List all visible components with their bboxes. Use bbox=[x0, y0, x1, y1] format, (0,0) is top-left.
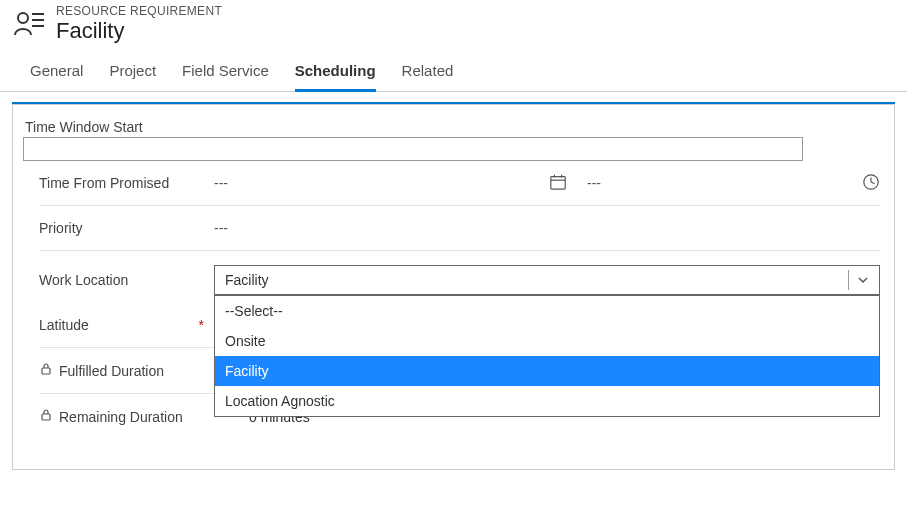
svg-rect-15 bbox=[42, 414, 50, 420]
priority-label: Priority bbox=[39, 220, 214, 236]
option-onsite[interactable]: Onsite bbox=[215, 326, 879, 356]
option-select[interactable]: --Select-- bbox=[215, 296, 879, 326]
svg-rect-14 bbox=[42, 368, 50, 374]
clock-icon[interactable] bbox=[862, 178, 880, 194]
calendar-icon[interactable] bbox=[549, 173, 567, 194]
chevron-down-icon[interactable] bbox=[848, 270, 869, 290]
priority-value[interactable]: --- bbox=[214, 220, 228, 236]
fulfilled-duration-label: Fulfilled Duration bbox=[39, 362, 164, 379]
form-panel: Time Window Start Time From Promised --- bbox=[12, 104, 895, 470]
tabs: General Project Field Service Scheduling… bbox=[0, 52, 907, 92]
work-location-select[interactable]: Facility --Select-- Onsite Facility Loca… bbox=[214, 265, 880, 295]
svg-point-0 bbox=[18, 13, 28, 23]
work-location-label: Work Location bbox=[39, 272, 214, 288]
work-location-dropdown: --Select-- Onsite Facility Location Agno… bbox=[214, 295, 880, 417]
work-location-selected-value: Facility bbox=[225, 272, 269, 288]
work-location-display[interactable]: Facility bbox=[214, 265, 880, 295]
priority-row: Priority --- bbox=[39, 206, 880, 251]
time-window-start-input[interactable] bbox=[23, 137, 803, 161]
time-from-promised-value[interactable]: --- bbox=[214, 175, 228, 191]
option-facility[interactable]: Facility bbox=[215, 356, 879, 386]
time-from-promised-date[interactable]: --- bbox=[587, 175, 601, 191]
tab-general[interactable]: General bbox=[30, 52, 83, 91]
tab-scheduling[interactable]: Scheduling bbox=[295, 52, 376, 92]
tab-project[interactable]: Project bbox=[109, 52, 156, 91]
tab-related[interactable]: Related bbox=[402, 52, 454, 91]
lock-icon bbox=[39, 408, 53, 425]
resource-icon bbox=[14, 8, 46, 40]
option-location-agnostic[interactable]: Location Agnostic bbox=[215, 386, 879, 416]
page-header: RESOURCE REQUIREMENT Facility bbox=[0, 0, 907, 52]
header-subtitle: RESOURCE REQUIREMENT bbox=[56, 4, 222, 18]
remaining-duration-label: Remaining Duration bbox=[39, 408, 183, 425]
svg-rect-4 bbox=[551, 176, 565, 189]
lock-icon bbox=[39, 362, 53, 379]
time-from-promised-row: Time From Promised --- --- bbox=[39, 161, 880, 206]
time-from-promised-label: Time From Promised bbox=[39, 175, 214, 191]
time-window-start-label: Time Window Start bbox=[23, 119, 884, 135]
time-window-start-field: Time Window Start bbox=[23, 119, 884, 161]
tab-field-service[interactable]: Field Service bbox=[182, 52, 269, 91]
latitude-label: Latitude * bbox=[39, 317, 214, 333]
page-title: Facility bbox=[56, 18, 222, 44]
work-location-row: Work Location Facility --Select-- Onsite… bbox=[39, 251, 880, 303]
required-indicator: * bbox=[199, 317, 214, 333]
